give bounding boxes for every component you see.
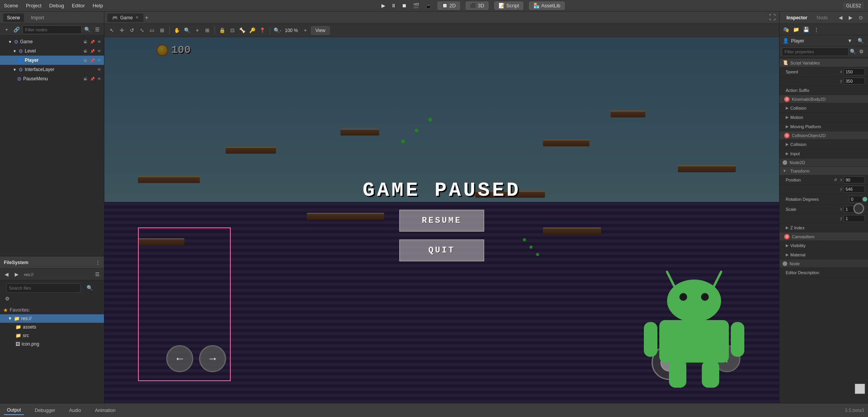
pin-player[interactable]: 📌 (89, 57, 95, 63)
tree-item-game[interactable]: ▼ ⚙ Game 📽 📌 👁 (0, 37, 104, 46)
game-tab-close[interactable]: ✕ (135, 15, 139, 20)
position-x-input[interactable] (844, 176, 865, 183)
right-button[interactable]: → (199, 345, 226, 372)
rotation-input[interactable] (849, 196, 863, 203)
insp-node-icon[interactable]: 🎭 (782, 25, 790, 34)
tree-item-player[interactable]: 👤 Player 📽 📌 👁 (0, 56, 104, 65)
prop-visibility[interactable]: ▶ Visibility (779, 241, 868, 250)
stop-button[interactable]: ⏹ (402, 3, 407, 8)
menu-editor[interactable]: Editor (72, 3, 85, 8)
tab-debugger[interactable]: Debugger (32, 406, 58, 415)
rect-tool[interactable]: ▭ (148, 26, 156, 35)
rotation-thumb[interactable] (863, 197, 867, 202)
collision-object-section[interactable]: ⚙ CollisionObject2D (779, 131, 868, 140)
eye-pause[interactable]: 👁 (96, 76, 102, 82)
prop-motion[interactable]: ▶ Motion (779, 113, 868, 122)
filter-search-icon[interactable]: 🔍 (849, 47, 857, 56)
search-files-input[interactable] (6, 283, 81, 293)
menu-project[interactable]: Project (26, 3, 41, 8)
collision2-expand[interactable]: ▶ (786, 142, 789, 146)
filter-nodes-input[interactable] (22, 25, 82, 34)
fs-search-btn[interactable]: 🔍 (85, 284, 94, 292)
kinematic-section[interactable]: ⚙ KinematicBody2D (779, 95, 868, 103)
position-y-input[interactable] (844, 186, 865, 193)
lock-tool[interactable]: 🔒 (218, 26, 226, 35)
visibility-toggle-pause[interactable]: 📽 (82, 76, 89, 82)
script-button[interactable]: 📝Script (494, 2, 523, 10)
filter-icon[interactable]: ☰ (93, 25, 102, 34)
prop-z-index[interactable]: ▶ Z Index (779, 223, 868, 232)
prop-material[interactable]: ▶ Material (779, 250, 868, 259)
menu-debug[interactable]: Debug (49, 3, 64, 8)
scale-y-input[interactable] (844, 215, 865, 222)
play-button[interactable]: ▶ (381, 3, 385, 8)
script-variables-section[interactable]: 📜 Script Variables (779, 59, 868, 67)
prop-collision[interactable]: ▶ Collision (779, 103, 868, 113)
tab-scene[interactable]: Scene (3, 14, 24, 22)
tree-item-level[interactable]: ▼ ⚙ Level 📽 📌 👁 (0, 46, 104, 56)
deploy-button[interactable]: 📱 (425, 3, 432, 9)
pin-tool[interactable]: 📍 (258, 26, 267, 35)
rotate-tool[interactable]: ↺ (128, 26, 136, 35)
grid-tool[interactable]: ⊞ (158, 26, 166, 35)
zoom-out-btn[interactable]: 🔍- (273, 26, 282, 35)
moving-platform-expand[interactable]: ▶ (786, 124, 789, 129)
motion-expand[interactable]: ▶ (786, 115, 789, 119)
visibility-toggle-level[interactable]: 📽 (82, 48, 89, 54)
prop-input[interactable]: ▶ Input (779, 149, 868, 158)
fs-item-icon[interactable]: 🖼 icon.png (0, 340, 104, 348)
speed-x-input[interactable] (844, 68, 865, 75)
filter-options-icon[interactable]: ⚙ (857, 47, 866, 56)
assetlib-button[interactable]: 🏪AssetLib (529, 2, 565, 10)
expand-view-button[interactable]: ⛶ (769, 14, 776, 22)
move-tool[interactable]: ✛ (117, 26, 126, 35)
speed-y-input[interactable] (844, 78, 865, 85)
tab-node[interactable]: Node (813, 14, 832, 22)
fs-item-res[interactable]: ▼ 📁 res:// (0, 314, 104, 323)
hand-tool[interactable]: ✋ (173, 26, 181, 35)
canvas-item-section[interactable]: ⚙ CanvasItem (779, 232, 868, 241)
material-expand[interactable]: ▶ (786, 253, 789, 257)
menu-scene[interactable]: Scene (4, 3, 18, 8)
search-icon[interactable]: 🔍 (83, 25, 92, 34)
scale-tool[interactable]: ⤡ (138, 26, 146, 35)
eye-game[interactable]: 👁 (96, 39, 102, 45)
collision-expand[interactable]: ▶ (786, 106, 789, 110)
visibility-expand[interactable]: ▶ (786, 243, 789, 247)
eye-level[interactable]: 👁 (96, 48, 102, 54)
pin-pause[interactable]: 📌 (89, 76, 95, 82)
transform-section[interactable]: ▼ Transform (779, 167, 868, 175)
zoom-tool[interactable]: 🔍 (183, 26, 191, 35)
input-expand[interactable]: ▶ (786, 151, 789, 156)
insp-more-icon[interactable]: ⋮ (812, 25, 820, 34)
transform-expand[interactable]: ▼ (783, 169, 786, 173)
fs-item-assets[interactable]: 📁 assets (0, 323, 104, 331)
eye-interface[interactable]: 👁 (96, 66, 102, 73)
filter-properties-input[interactable] (782, 47, 849, 56)
fs-back-button[interactable]: ◀ (2, 270, 11, 279)
z-index-expand[interactable]: ▶ (786, 225, 789, 230)
prop-moving-platform[interactable]: ▶ Moving Platform (779, 122, 868, 131)
visibility-toggle-game[interactable]: 📽 (82, 39, 89, 45)
inspector-prev[interactable]: ◀ (836, 14, 845, 22)
mode-3d-button[interactable]: ⬛3D (466, 2, 488, 10)
tab-output[interactable]: Output (4, 406, 24, 415)
view-btn[interactable]: View (311, 26, 330, 35)
add-tab-button[interactable]: + (145, 14, 148, 21)
tree-item-pause-menu[interactable]: ⚙ PauseMenu 📽 📌 👁 (0, 74, 104, 83)
link-button[interactable]: 🔗 (12, 25, 21, 34)
select-tool[interactable]: ↖ (107, 26, 116, 35)
position-reset-btn[interactable]: ↺ (832, 177, 839, 183)
visibility-toggle-player[interactable]: 📽 (82, 57, 89, 63)
fs-filter-btn[interactable]: ⚙ (3, 294, 12, 303)
connect-tool[interactable]: ⌖ (193, 26, 201, 35)
tab-audio[interactable]: Audio (66, 406, 84, 415)
bone-tool[interactable]: 🦴 (238, 26, 247, 35)
tab-animation[interactable]: Animation (92, 406, 118, 415)
tab-import[interactable]: Import (27, 14, 48, 22)
filesystem-menu[interactable]: ⋮ (95, 260, 100, 265)
quit-button[interactable]: QUIT (399, 239, 484, 261)
group-tool[interactable]: ⊡ (228, 26, 237, 35)
pause-button[interactable]: ⏸ (391, 3, 396, 8)
insp-save-icon[interactable]: 💾 (802, 25, 810, 34)
